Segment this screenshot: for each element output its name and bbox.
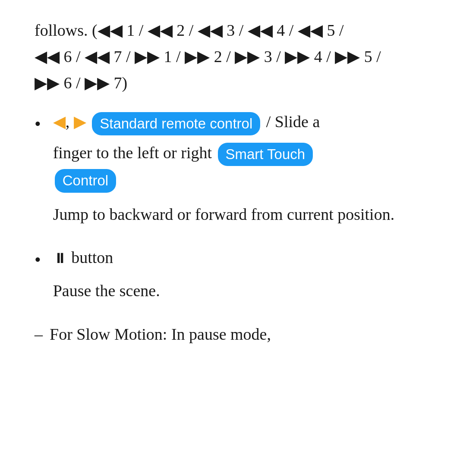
arrows-description: Jump to backward or forward from current… [53, 201, 431, 228]
control-badge-line: Control [53, 166, 431, 192]
left-arrow-icon: ◀ [53, 113, 66, 131]
finger-slide-line: finger to the left or right Smart Touch [53, 140, 431, 166]
bullet-header-arrows: ◀​,​ ▶ Standard remote control / Slide a [53, 109, 431, 135]
bullet-section-arrows: • ◀​,​ ▶ Standard remote control / Slide… [35, 109, 431, 227]
follows-text-3: ▶▶ 6 / ▶▶ 7) [35, 74, 127, 92]
pause-icon: ⏸ [53, 251, 67, 266]
content-block: follows. (◀◀ 1 / ◀◀ 2 / ◀◀ 3 / ◀◀ 4 / ◀◀… [35, 17, 431, 348]
button-label: button [71, 248, 113, 266]
follows-text-2: ◀◀ 6 / ◀◀ 7 / ▶▶ 1 / ▶▶ 2 / ▶▶ 3 / ▶▶ 4 … [35, 47, 381, 66]
dash-symbol: – [35, 321, 43, 348]
bullet-header-pause: ⏸ button [53, 244, 431, 271]
bullet-content-arrows: ◀​,​ ▶ Standard remote control / Slide a… [53, 109, 431, 227]
pause-description: Pause the scene. [53, 278, 431, 304]
bullet-dot-2: • [35, 246, 41, 273]
smart-touch-badge: Smart Touch [218, 143, 313, 166]
follows-text-1: follows. (◀◀ 1 / ◀◀ 2 / ◀◀ 3 / ◀◀ 4 / ◀◀… [35, 21, 343, 39]
bullet-section-pause: • ⏸ button Pause the scene. [35, 244, 431, 304]
slow-motion-text: – For Slow Motion: In pause mode, [35, 321, 431, 348]
slow-motion-content: For Slow Motion: In pause mode, [50, 321, 271, 348]
right-arrow-icon: ▶ [69, 113, 86, 131]
control-badge: Control [55, 169, 116, 192]
separator-text: / Slide a [266, 113, 320, 131]
bullet-row-arrows: • ◀​,​ ▶ Standard remote control / Slide… [35, 109, 431, 227]
bullet-dot-1: • [35, 110, 41, 138]
bullet-row-pause: • ⏸ button Pause the scene. [35, 244, 431, 304]
follows-line: follows. (◀◀ 1 / ◀◀ 2 / ◀◀ 3 / ◀◀ 4 / ◀◀… [35, 17, 431, 96]
slow-motion-line: – For Slow Motion: In pause mode, [35, 321, 431, 348]
standard-remote-control-badge: Standard remote control [92, 112, 260, 135]
bullet-content-pause: ⏸ button Pause the scene. [53, 244, 431, 304]
